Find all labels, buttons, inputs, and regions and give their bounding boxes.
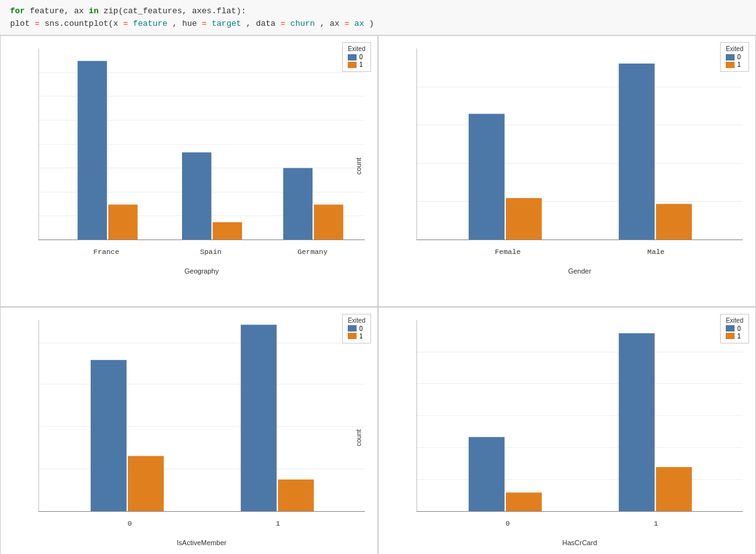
svg-rect-56 bbox=[91, 360, 127, 511]
svg-text:0: 0 bbox=[128, 520, 132, 528]
legend-item-orange-4: 1 bbox=[726, 333, 743, 340]
svg-rect-80 bbox=[656, 467, 692, 511]
svg-rect-77 bbox=[506, 492, 542, 511]
legend-item-blue-2: 0 bbox=[726, 54, 743, 61]
svg-text:Male: Male bbox=[648, 248, 665, 256]
svg-text:1: 1 bbox=[276, 520, 280, 528]
chart-svg-4: 0 1000 2000 3000 4000 5000 0 1 bbox=[416, 320, 743, 536]
svg-rect-21 bbox=[213, 222, 243, 240]
svg-text:Female: Female bbox=[495, 248, 521, 256]
legend-4: Exited 0 1 bbox=[720, 314, 749, 343]
svg-rect-57 bbox=[128, 456, 164, 511]
svg-text:0: 0 bbox=[506, 520, 510, 528]
legend-item-orange-3: 1 bbox=[348, 333, 365, 340]
chart-title-hascrcaard: HasCrCard bbox=[416, 539, 743, 546]
svg-rect-42 bbox=[656, 204, 692, 240]
code-line-1: for feature, ax in zip(cat_features, axe… bbox=[10, 5, 746, 18]
svg-text:Spain: Spain bbox=[200, 248, 221, 256]
legend-1: Exited 0 1 bbox=[342, 42, 371, 72]
code-block: for feature, ax in zip(cat_features, axe… bbox=[0, 0, 756, 35]
charts-container: count Exited 0 1 0 500 bbox=[0, 35, 756, 554]
svg-rect-23 bbox=[284, 168, 313, 240]
svg-text:France: France bbox=[93, 248, 119, 256]
chart-svg-1: 0 500 1000 1500 2000 2500 3000 3500 4000… bbox=[38, 49, 365, 264]
svg-text:Germany: Germany bbox=[297, 248, 328, 256]
legend-title-3: Exited bbox=[348, 317, 365, 324]
chart-title-gender: Gender bbox=[416, 267, 743, 275]
svg-rect-59 bbox=[241, 325, 277, 511]
svg-rect-41 bbox=[619, 64, 655, 240]
svg-rect-17 bbox=[77, 61, 107, 240]
chart-hascrcaard: count Exited 0 1 0 1000 2000 3000 bbox=[378, 307, 756, 554]
svg-rect-39 bbox=[506, 198, 542, 239]
legend-item-orange-2: 1 bbox=[726, 61, 743, 68]
chart-gender: count Exited 0 1 0 1000 2000 3000 400 bbox=[378, 35, 756, 307]
svg-rect-20 bbox=[182, 153, 212, 240]
y-axis-label-2: count bbox=[355, 158, 362, 175]
legend-title-1: Exited bbox=[348, 45, 365, 52]
y-axis-label-4: count bbox=[355, 429, 362, 446]
legend-item-blue-3: 0 bbox=[348, 325, 365, 332]
legend-item-blue-1: 0 bbox=[348, 54, 365, 61]
chart-geography: count Exited 0 1 0 500 bbox=[0, 35, 378, 307]
chart-svg-2: 0 1000 2000 3000 4000 Female Male bbox=[416, 49, 743, 264]
svg-rect-79 bbox=[619, 333, 655, 512]
legend-3: Exited 0 1 bbox=[342, 314, 371, 343]
chart-svg-3: 0 1000 2000 3000 4000 0 1 bbox=[38, 320, 365, 536]
chart-title-isactivemember: IsActiveMember bbox=[38, 539, 365, 546]
legend-title-2: Exited bbox=[726, 45, 743, 52]
legend-item-orange-1: 1 bbox=[348, 61, 365, 68]
svg-rect-60 bbox=[278, 480, 314, 512]
svg-rect-76 bbox=[469, 437, 505, 511]
svg-text:1: 1 bbox=[654, 520, 658, 528]
legend-item-blue-4: 0 bbox=[726, 325, 743, 332]
chart-isactivemember: count Exited 0 1 0 1000 2000 3000 400 bbox=[0, 307, 378, 554]
chart-title-geography: Geography bbox=[38, 267, 365, 275]
svg-rect-24 bbox=[314, 205, 343, 240]
legend-2: Exited 0 1 bbox=[720, 42, 749, 72]
legend-title-4: Exited bbox=[726, 317, 743, 324]
svg-rect-38 bbox=[469, 114, 505, 240]
svg-rect-18 bbox=[108, 205, 138, 240]
code-line-2: plot = sns.countplot(x = feature , hue =… bbox=[10, 18, 746, 30]
